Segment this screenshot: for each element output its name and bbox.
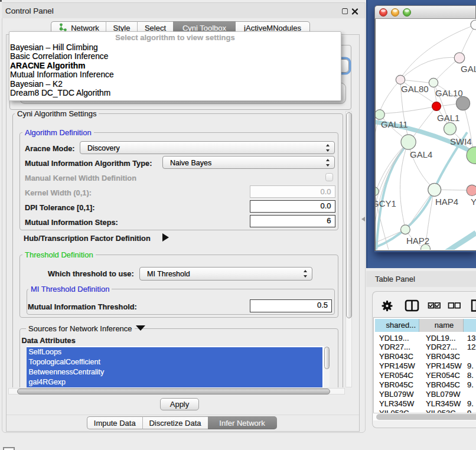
svg-text:GAL10: GAL10 <box>435 88 463 98</box>
svg-text:GAL7: GAL7 <box>461 64 476 74</box>
svg-text:GAL80: GAL80 <box>401 84 429 94</box>
svg-text:GAL11: GAL11 <box>381 119 408 129</box>
svg-text:GCY1: GCY1 <box>376 198 396 208</box>
svg-text:YM: YM <box>471 197 476 207</box>
svg-text:SWI4: SWI4 <box>450 136 472 146</box>
svg-text:HAP4: HAP4 <box>435 197 458 207</box>
svg-text:GAL4: GAL4 <box>410 149 432 159</box>
svg-text:HAP2: HAP2 <box>406 236 429 246</box>
svg-text:GAL1: GAL1 <box>437 113 459 123</box>
